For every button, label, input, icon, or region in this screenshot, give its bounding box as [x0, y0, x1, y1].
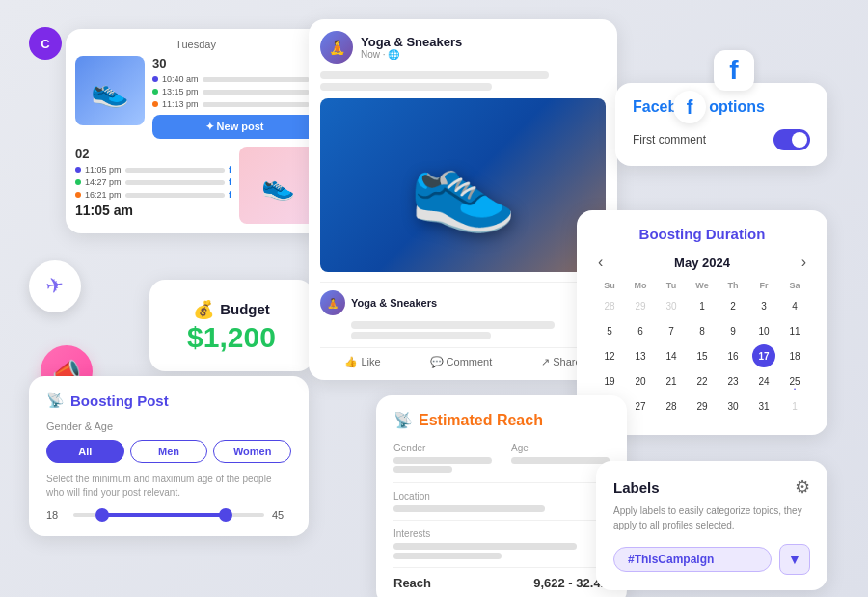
- cal-cell[interactable]: 22: [691, 369, 714, 393]
- fb-post-header: 🧘 Yoga & Sneakers Now · 🌐: [320, 31, 606, 64]
- cal-cell[interactable]: 9: [721, 319, 745, 342]
- sched-item-2: 13:15 pm f: [152, 87, 316, 96]
- cal-cell[interactable]: 5: [598, 319, 621, 342]
- cal-cell[interactable]: 3: [752, 294, 775, 317]
- cal-cell[interactable]: 21: [660, 369, 683, 393]
- gender-women-button[interactable]: Women: [213, 440, 291, 463]
- reach-interests-row: Interests: [393, 529, 610, 559]
- reach-interests-bar2: [393, 553, 502, 559]
- fb-actions: 👍 Like 💬 Comment ↗ Share: [320, 347, 606, 368]
- boost-icon: 📡: [46, 392, 65, 409]
- cal-cell[interactable]: 29: [629, 294, 652, 317]
- cal-cell[interactable]: 28: [598, 294, 621, 317]
- fb-post-preview-card: 🧘 Yoga & Sneakers Now · 🌐 👟 🧘 Yoga & Sne…: [309, 19, 617, 380]
- cal-cell[interactable]: 6: [629, 319, 652, 342]
- cal-cell[interactable]: 11: [783, 319, 806, 342]
- sched-time2-3: 16:21 pm: [85, 190, 122, 200]
- cal-cell-dot[interactable]: 25•: [783, 369, 806, 393]
- sched-item2-2: 14:27 pm f: [75, 177, 231, 187]
- scheduler-card: Tuesday 👟 30 10:40 am f 13:15 pm f 11:13…: [66, 29, 326, 233]
- fb-share-button[interactable]: ↗ Share: [541, 356, 581, 368]
- budget-amount: $1,200: [169, 321, 294, 354]
- calendar-nav: ‹ May 2024 ›: [594, 254, 810, 271]
- reach-divider-3: [393, 567, 610, 568]
- fb-post-image: 👟: [320, 98, 606, 272]
- reach-gender-col: Gender: [393, 443, 492, 475]
- cal-week-3: 12 13 14 15 16 17 18: [594, 344, 810, 367]
- cal-cell[interactable]: 27: [629, 394, 652, 418]
- cal-header-sa: Sa: [779, 281, 810, 290]
- fb-comment-button[interactable]: 💬 Comment: [430, 356, 493, 368]
- gender-buttons: All Men Women: [46, 440, 291, 463]
- reach-icon: 📡: [393, 411, 413, 429]
- first-comment-toggle[interactable]: [773, 129, 810, 150]
- cal-cell[interactable]: 19: [598, 369, 621, 393]
- estimated-reach-card: 📡 Estimated Reach Gender Age Location In…: [376, 395, 627, 597]
- scheduler-list: 30 10:40 am f 13:15 pm f 11:13 pm f ✦ Ne…: [152, 56, 316, 139]
- fb-float-icon-2: f: [673, 91, 706, 123]
- reach-location-row: Location: [393, 491, 610, 512]
- cal-cell[interactable]: 10: [752, 319, 775, 342]
- reach-bottom-label: Reach: [393, 576, 431, 590]
- fb-options-title: Facebook options: [633, 98, 810, 116]
- cal-cell[interactable]: 7: [660, 319, 683, 342]
- fb-avatar2: 🧘: [320, 290, 345, 315]
- scheduler-thumb2: 👟: [239, 147, 316, 224]
- sched-item2-3: 16:21 pm f: [75, 190, 231, 200]
- cal-cell[interactable]: 31: [752, 394, 775, 418]
- fb-page-info: Yoga & Sneakers Now · 🌐: [361, 35, 462, 60]
- cal-cell[interactable]: 18: [783, 344, 806, 367]
- reach-divider-2: [393, 520, 610, 521]
- labels-title: Labels: [613, 479, 660, 496]
- cal-cell[interactable]: 14: [660, 344, 683, 367]
- cal-cell[interactable]: 23: [721, 369, 745, 393]
- reach-location-header: Location: [393, 491, 610, 502]
- calendar-prev-button[interactable]: ‹: [594, 254, 607, 271]
- fb-page-name: Yoga & Sneakers: [361, 35, 462, 49]
- fb-post-text-lines: [320, 71, 606, 91]
- labels-gear-icon[interactable]: ⚙: [795, 476, 810, 498]
- cal-header-th: Th: [718, 281, 748, 290]
- cal-cell[interactable]: 30: [660, 294, 683, 317]
- sched-time-1: 10:40 am: [162, 74, 199, 84]
- fb-page-avatar: 🧘: [320, 31, 353, 64]
- budget-card: 💰 Budget $1,200: [149, 280, 313, 371]
- cal-cell[interactable]: 4: [783, 294, 806, 317]
- age-slider-track[interactable]: [73, 513, 264, 517]
- cal-cell-today[interactable]: 17: [752, 344, 775, 367]
- cal-cell[interactable]: 12: [598, 344, 621, 367]
- estimated-reach-title: 📡 Estimated Reach: [393, 411, 610, 429]
- fb-text-line-1: [320, 71, 549, 79]
- cal-cell[interactable]: 13: [629, 344, 652, 367]
- fb-post-user2: 🧘 Yoga & Sneakers: [320, 290, 606, 315]
- cal-cell[interactable]: 20: [629, 369, 652, 393]
- label-dropdown-button[interactable]: ▼: [779, 544, 810, 575]
- cal-cell[interactable]: 15: [691, 344, 714, 367]
- cal-cell[interactable]: 1: [783, 394, 806, 418]
- gender-age-label: Gender & Age: [46, 421, 291, 432]
- scheduler-bottom-left: 02 11:05 pm f 14:27 pm f 16:21 pm f 11:0…: [75, 147, 231, 224]
- scheduler-header: Tuesday: [75, 39, 316, 50]
- boosting-post-card: 📡 Boosting Post Gender & Age All Men Wom…: [29, 376, 309, 536]
- cal-cell[interactable]: 29: [691, 394, 714, 418]
- calendar-next-button[interactable]: ›: [798, 254, 810, 271]
- cal-cell[interactable]: 24: [752, 369, 775, 393]
- reach-interests-header: Interests: [393, 529, 610, 539]
- cal-cell[interactable]: 8: [691, 319, 714, 342]
- cal-cell[interactable]: 2: [721, 294, 745, 317]
- cal-cell[interactable]: 30: [721, 394, 745, 418]
- cal-cell[interactable]: 1: [691, 294, 714, 317]
- cal-cell[interactable]: 28: [660, 394, 683, 418]
- gender-men-button[interactable]: Men: [130, 440, 208, 463]
- sched-fb2-2: f: [229, 177, 231, 187]
- new-post-button[interactable]: ✦ New post: [152, 115, 316, 139]
- fb-like-button[interactable]: 👍 Like: [344, 356, 380, 368]
- cal-week-1: 28 29 30 1 2 3 4: [594, 294, 810, 317]
- fb-post-sub: Now · 🌐: [361, 49, 462, 60]
- scheduler-time-big: 11:05 am: [75, 203, 231, 218]
- reach-gender-header: Gender: [393, 443, 492, 453]
- fb-option-row: First comment: [633, 129, 810, 150]
- calendar-month: May 2024: [674, 256, 730, 270]
- gender-all-button[interactable]: All: [46, 440, 124, 463]
- cal-cell[interactable]: 16: [721, 344, 745, 367]
